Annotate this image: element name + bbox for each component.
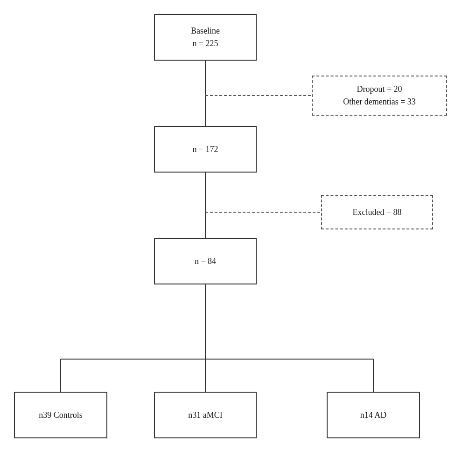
dropout-line2: Other dementias = 33 [343, 96, 416, 108]
excluded-label: Excluded = 88 [352, 206, 401, 219]
ad-box: n14 AD [327, 392, 420, 438]
n84-box: n = 84 [154, 238, 257, 284]
baseline-label-line1: Baseline [191, 25, 220, 37]
amci-box: n31 aMCI [154, 392, 257, 438]
n84-label: n = 84 [195, 255, 216, 268]
n172-label: n = 172 [192, 143, 218, 156]
ad-label: n14 AD [360, 409, 387, 422]
amci-label: n31 aMCI [188, 409, 223, 422]
excluded-box: Excluded = 88 [321, 195, 433, 229]
baseline-label-line2: n = 225 [191, 37, 220, 50]
baseline-box: Baseline n = 225 [154, 14, 257, 61]
controls-box: n39 Controls [14, 392, 107, 438]
dropout-box: Dropout = 20 Other dementias = 33 [312, 76, 447, 116]
n172-box: n = 172 [154, 126, 257, 173]
dropout-line1: Dropout = 20 [343, 83, 416, 96]
controls-label: n39 Controls [39, 409, 83, 422]
flowchart: Baseline n = 225 Dropout = 20 Other deme… [0, 0, 476, 457]
